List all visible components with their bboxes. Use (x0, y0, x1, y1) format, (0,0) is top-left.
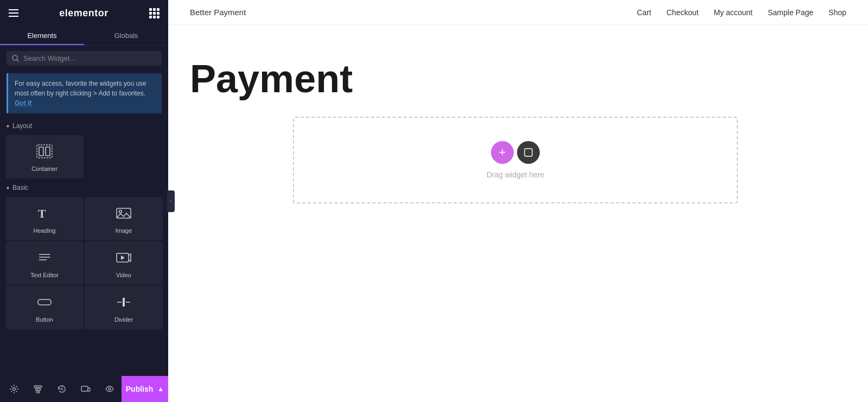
drop-zone-actions: + (491, 141, 540, 164)
heading-icon: T (36, 206, 53, 223)
nav-link-cart[interactable]: Cart (637, 8, 651, 17)
drop-zone: + Drag widget here (293, 117, 738, 203)
publish-label: Publish (126, 385, 154, 393)
tab-elements[interactable]: Elements (0, 26, 84, 45)
svg-line-22 (62, 390, 63, 391)
search-input[interactable] (23, 54, 156, 62)
container-icon (36, 144, 53, 161)
page-title: Payment (190, 58, 846, 100)
drop-hint: Drag widget here (487, 170, 545, 179)
chevron-down-icon-basic: ▾ (7, 185, 9, 191)
basic-widget-grid: T Heading Image (0, 196, 168, 330)
hamburger-icon[interactable] (9, 9, 18, 17)
nav-link-sample[interactable]: Sample Page (768, 8, 813, 17)
site-logo: Better Payment (190, 8, 246, 17)
widget-divider[interactable]: Divider (85, 286, 163, 329)
apps-icon[interactable] (149, 8, 159, 18)
elementor-logo: elementor (59, 8, 108, 19)
widget-text-editor[interactable]: Text Editor (5, 241, 84, 285)
search-bar (7, 51, 162, 66)
layout-widget-grid: Container (0, 134, 168, 180)
svg-rect-26 (525, 149, 532, 156)
toolbar-left (0, 376, 122, 402)
site-nav: Better Payment Cart Checkout My account … (168, 0, 868, 25)
got-it-link[interactable]: Got It (15, 99, 31, 107)
main-layout: elementor Elements Globals For easy acce… (0, 0, 868, 402)
text-editor-icon (36, 250, 53, 267)
tip-banner: For easy access, favorite the widgets yo… (7, 73, 162, 113)
widget-container[interactable]: Container (5, 135, 84, 178)
responsive-button[interactable] (74, 376, 98, 402)
bottom-toolbar: Publish ▲ (0, 376, 168, 402)
svg-point-25 (108, 388, 111, 390)
widget-label-container: Container (31, 165, 58, 172)
widget-label-video: Video (116, 272, 131, 278)
widget-label-button: Button (36, 316, 53, 323)
page-content: Payment + Drag widget here (168, 25, 868, 402)
svg-text:T: T (38, 207, 46, 220)
svg-rect-3 (39, 147, 43, 156)
section-label-layout: Layout (12, 122, 32, 130)
svg-point-17 (13, 388, 16, 391)
section-header-basic[interactable]: ▾ Basic (0, 180, 168, 196)
history-button[interactable] (50, 376, 74, 402)
svg-rect-13 (38, 299, 51, 305)
widget-label-image: Image (116, 227, 132, 234)
widget-image[interactable]: Image (85, 197, 163, 240)
video-icon (115, 250, 132, 267)
publish-chevron-icon: ▲ (157, 385, 164, 393)
canvas-area: Better Payment Cart Checkout My account … (168, 0, 868, 402)
widget-video[interactable]: Video (85, 241, 163, 285)
nav-link-myaccount[interactable]: My account (714, 8, 753, 17)
tab-globals[interactable]: Globals (84, 26, 168, 45)
navigator-button[interactable] (26, 376, 50, 402)
svg-rect-18 (34, 386, 42, 387)
preview-button[interactable] (98, 376, 122, 402)
svg-rect-19 (35, 388, 41, 390)
svg-point-7 (119, 210, 122, 213)
sidebar-header: elementor (0, 0, 168, 26)
widget-label-heading: Heading (34, 227, 56, 234)
svg-point-0 (12, 55, 17, 60)
svg-marker-12 (121, 256, 125, 260)
svg-rect-24 (88, 388, 90, 391)
search-icon (12, 55, 19, 62)
canvas-content: Better Payment Cart Checkout My account … (168, 0, 868, 402)
nav-link-checkout[interactable]: Checkout (666, 8, 698, 17)
svg-rect-23 (81, 386, 88, 391)
nav-link-shop[interactable]: Shop (828, 8, 846, 17)
sidebar-collapse-handle[interactable]: ‹ (167, 190, 175, 212)
section-header-layout[interactable]: ▾ Layout (0, 118, 168, 134)
tip-text: For easy access, favorite the widgets yo… (15, 80, 146, 97)
widget-button[interactable]: Button (5, 286, 84, 329)
chevron-down-icon: ▾ (7, 123, 9, 129)
widget-heading[interactable]: T Heading (5, 197, 84, 240)
svg-rect-20 (36, 391, 40, 393)
divider-icon (115, 295, 132, 312)
sidebar-tabs: Elements Globals (0, 26, 168, 46)
nav-links: Cart Checkout My account Sample Page Sho… (637, 8, 846, 17)
add-section-button[interactable] (517, 141, 540, 164)
button-icon (36, 295, 53, 312)
publish-button[interactable]: Publish ▲ (122, 376, 168, 402)
widget-sections: ▾ Layout Container ▾ (0, 118, 168, 402)
svg-line-1 (17, 60, 19, 62)
settings-button[interactable] (2, 376, 26, 402)
widget-label-text-editor: Text Editor (30, 272, 59, 278)
add-widget-button[interactable]: + (491, 141, 514, 164)
section-label-basic: Basic (12, 184, 28, 192)
sidebar: elementor Elements Globals For easy acce… (0, 0, 168, 402)
svg-rect-4 (46, 147, 50, 156)
image-icon (115, 206, 132, 223)
widget-label-divider: Divider (114, 316, 133, 323)
svg-marker-14 (123, 298, 125, 307)
